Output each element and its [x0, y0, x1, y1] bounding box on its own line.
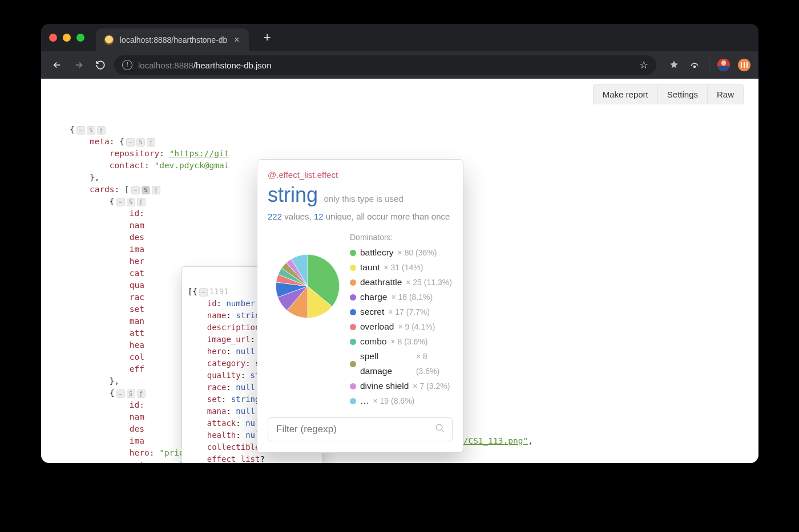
close-window-button[interactable] — [49, 34, 57, 42]
back-button[interactable] — [49, 57, 65, 73]
dominators-pie-chart — [275, 253, 341, 319]
dominator-row[interactable]: secret× 17 (7.7%) — [350, 304, 453, 319]
dominator-count: × 8 (3.6%) — [416, 349, 453, 379]
color-swatch — [350, 339, 356, 345]
fn-badge[interactable]: ƒ — [137, 198, 146, 206]
fn-badge[interactable]: ƒ — [97, 126, 106, 135]
dominator-label: overload — [360, 319, 394, 334]
fn-badge[interactable]: ƒ — [147, 138, 155, 147]
color-swatch — [350, 361, 356, 367]
address-bar[interactable]: localhost:8888/hearthstone-db.json ☆ — [114, 55, 656, 75]
browser-menu-button[interactable] — [738, 59, 750, 71]
type-path: @.effect_list.effect — [268, 170, 453, 180]
color-swatch — [350, 324, 356, 330]
item-count: 1191 — [209, 287, 229, 296]
type-popover: @.effect_list.effect string only this ty… — [257, 159, 463, 453]
settings-button[interactable]: Settings — [658, 84, 708, 104]
color-swatch — [350, 279, 356, 286]
dominator-count: × 18 (8.1%) — [391, 290, 433, 304]
maximize-window-button[interactable] — [76, 34, 84, 42]
dominator-row[interactable]: combo× 8 (3.6%) — [350, 334, 453, 349]
sig-badge[interactable]: S — [127, 198, 135, 206]
browser-window: localhost:8888/hearthstone-db × + localh… — [41, 24, 758, 463]
make-report-button[interactable]: Make report — [593, 84, 658, 104]
dominator-label: battlecry — [360, 245, 394, 260]
sig-badge[interactable]: S — [136, 138, 145, 147]
raw-button[interactable]: Raw — [708, 84, 744, 104]
dominator-row[interactable]: divine shield× 7 (3.2%) — [350, 379, 453, 393]
dominator-count: × 17 (7.7%) — [388, 304, 430, 319]
fn-badge[interactable]: ƒ — [152, 186, 160, 194]
collapse-toggle[interactable]: – — [76, 126, 85, 135]
close-tab-button[interactable]: × — [233, 34, 240, 46]
dominator-count: × 7 (3.2%) — [413, 379, 450, 393]
tab-title: localhost:8888/hearthstone-db — [120, 35, 227, 44]
dominator-label: … — [360, 393, 369, 408]
dominator-label: spell damage — [360, 349, 412, 379]
favicon-icon — [104, 35, 114, 45]
collapse-toggle[interactable]: – — [199, 288, 208, 297]
dominator-label: combo — [360, 334, 387, 349]
url-text: localhost:8888/hearthstone-db.json — [138, 60, 272, 70]
dominator-row[interactable]: spell damage× 8 (3.6%) — [350, 349, 453, 379]
extension-icon-2[interactable] — [688, 59, 701, 71]
dominator-label: charge — [360, 290, 387, 304]
dominator-count: × 19 (8.6%) — [373, 393, 415, 408]
color-swatch — [350, 265, 356, 271]
color-swatch — [350, 294, 356, 300]
collapse-toggle[interactable]: – — [116, 198, 125, 206]
dominators-list: battlecry× 80 (36%)taunt× 31 (14%)deathr… — [350, 245, 453, 408]
collapse-toggle[interactable]: – — [126, 138, 135, 147]
color-swatch — [350, 398, 356, 404]
sig-badge[interactable]: S — [87, 126, 95, 135]
profile-avatar[interactable] — [717, 59, 730, 71]
result-label: battlecry — [268, 449, 302, 453]
dominator-label: taunt — [360, 260, 380, 275]
collapse-toggle[interactable]: – — [131, 186, 140, 194]
dominator-row[interactable]: charge× 18 (8.1%) — [350, 290, 453, 304]
type-name: string — [268, 183, 318, 206]
result-meta: × 80 — [434, 449, 453, 453]
dominator-label: secret — [360, 304, 384, 319]
color-swatch — [350, 309, 356, 315]
dominator-label: deathrattle — [360, 275, 402, 290]
new-tab-button[interactable]: + — [259, 28, 276, 47]
browser-tab[interactable]: localhost:8888/hearthstone-db × — [96, 29, 249, 51]
filter-results: battlecry× 80charge — [268, 449, 453, 453]
color-swatch — [350, 383, 356, 389]
type-stats: 222 values, 12 unique, all occur more th… — [268, 212, 453, 221]
dominator-row[interactable]: battlecry× 80 (36%) — [350, 245, 453, 260]
discovery-buttons: Make report Settings Raw — [593, 84, 744, 104]
toolbar-separator — [709, 59, 709, 71]
fn-badge[interactable]: ƒ — [137, 389, 146, 398]
dominator-row[interactable]: taunt× 31 (14%) — [350, 260, 453, 275]
dominator-count: × 80 (36%) — [398, 245, 437, 260]
dominator-row[interactable]: …× 19 (8.6%) — [350, 393, 453, 408]
dominator-count: × 25 (11.3%) — [406, 275, 452, 290]
svg-point-0 — [694, 66, 696, 68]
toolbar: localhost:8888/hearthstone-db.json ☆ — [41, 51, 758, 79]
sig-badge[interactable]: S — [142, 186, 150, 194]
sig-badge[interactable]: S — [127, 389, 135, 398]
bookmark-star-icon[interactable]: ☆ — [639, 59, 648, 71]
forward-button[interactable] — [71, 57, 87, 73]
type-subtitle: only this type is used — [324, 194, 403, 204]
color-swatch — [350, 250, 356, 256]
dominator-row[interactable]: overload× 9 (4.1%) — [350, 319, 453, 334]
svg-point-1 — [436, 424, 442, 431]
window-controls — [49, 34, 84, 42]
minimize-window-button[interactable] — [63, 34, 71, 42]
reload-button[interactable] — [92, 57, 108, 73]
extension-icon-1[interactable] — [668, 59, 680, 71]
filter-input[interactable] — [275, 423, 435, 436]
dominator-label: divine shield — [360, 379, 409, 393]
titlebar: localhost:8888/hearthstone-db × + — [41, 24, 758, 51]
collapse-toggle[interactable]: – — [116, 389, 125, 398]
site-info-icon[interactable] — [122, 60, 132, 70]
dominator-row[interactable]: deathrattle× 25 (11.3%) — [350, 275, 453, 290]
dominator-count: × 31 (14%) — [384, 260, 423, 275]
dominator-count: × 9 (4.1%) — [398, 319, 435, 334]
filter-input-wrap[interactable] — [268, 417, 453, 441]
dominator-count: × 8 (3.6%) — [391, 334, 428, 349]
result-row[interactable]: battlecry× 80 — [268, 449, 453, 453]
